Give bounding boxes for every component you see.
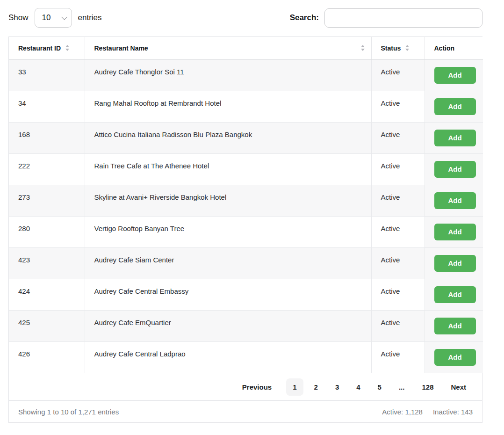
add-button[interactable]: Add: [434, 224, 476, 240]
cell-restaurant-name: Audrey Cafe EmQuartier: [85, 310, 371, 341]
cell-restaurant-id: 273: [9, 185, 85, 216]
cell-action: Add: [425, 122, 483, 153]
table-header-row: Restaurant ID Restaurant Name Status: [9, 37, 483, 59]
cell-restaurant-name: Vertigo Rooftop Banyan Tree: [85, 216, 371, 247]
cell-status: Active: [371, 310, 425, 341]
cell-status: Active: [371, 153, 425, 185]
cell-restaurant-name: Attico Cucina Italiana Radisson Blu Plaz…: [85, 122, 371, 153]
sort-icon: [65, 45, 69, 51]
add-button[interactable]: Add: [434, 192, 476, 209]
inactive-count: Inactive: 143: [433, 408, 473, 416]
restaurant-table-page: Show 10 entries Search: Restaurant ID: [0, 0, 482, 423]
status-counts: Active: 1,128 Inactive: 143: [382, 408, 473, 416]
cell-status: Active: [371, 185, 425, 216]
cell-restaurant-name: Audrey Cafe Siam Center: [85, 247, 371, 279]
page-button-2[interactable]: 2: [308, 378, 324, 396]
cell-restaurant-id: 424: [9, 279, 85, 310]
cell-restaurant-id: 33: [9, 59, 85, 91]
table-row: 33 Audrey Cafe Thonglor Soi 11 Active Ad…: [9, 59, 483, 91]
add-button[interactable]: Add: [434, 130, 476, 146]
page-size-select[interactable]: 10: [35, 8, 72, 28]
page-size-value: 10: [42, 13, 51, 22]
page-button-128[interactable]: 128: [415, 378, 440, 396]
cell-restaurant-name: Rain Tree Cafe at The Athenee Hotel: [85, 153, 371, 185]
pagination: Previous 12345...128 Next: [9, 373, 482, 400]
cell-action: Add: [425, 216, 483, 247]
page-button-3[interactable]: 3: [329, 378, 346, 396]
table-controls: Show 10 entries Search:: [8, 7, 482, 28]
cell-status: Active: [371, 122, 425, 153]
add-button[interactable]: Add: [434, 255, 476, 272]
table-row: 222 Rain Tree Cafe at The Athenee Hotel …: [9, 153, 483, 185]
cell-status: Active: [371, 247, 425, 279]
add-button[interactable]: Add: [434, 161, 476, 178]
next-button[interactable]: Next: [444, 378, 473, 396]
sort-icon: [361, 45, 365, 51]
add-button[interactable]: Add: [434, 67, 476, 84]
entries-label: entries: [78, 13, 102, 22]
cell-restaurant-id: 34: [9, 91, 85, 122]
cell-restaurant-name: Audrey Cafe Thonglor Soi 11: [85, 59, 371, 91]
sort-icon: [405, 45, 409, 51]
cell-status: Active: [371, 91, 425, 122]
cell-restaurant-id: 280: [9, 216, 85, 247]
column-header-action: Action: [425, 37, 483, 59]
table-footer: Showing 1 to 10 of 1,271 entries Active:…: [9, 400, 482, 422]
cell-status: Active: [371, 216, 425, 247]
show-label: Show: [8, 13, 29, 22]
cell-restaurant-name: Skyline at Avani+ Riverside Bangkok Hote…: [85, 185, 371, 216]
column-header-status[interactable]: Status: [371, 37, 425, 59]
cell-action: Add: [425, 279, 483, 310]
page-button-1[interactable]: 1: [286, 378, 303, 396]
cell-action: Add: [425, 247, 483, 279]
table-row: 424 Audrey Cafe Central Embassy Active A…: [9, 279, 483, 310]
previous-button[interactable]: Previous: [236, 378, 278, 396]
column-header-restaurant-id[interactable]: Restaurant ID: [9, 37, 85, 59]
cell-restaurant-id: 423: [9, 247, 85, 279]
chevron-down-icon: [61, 14, 67, 20]
search-control: Search:: [290, 8, 482, 28]
add-button[interactable]: Add: [434, 349, 476, 366]
table-row: 425 Audrey Cafe EmQuartier Active Add: [9, 310, 483, 341]
table-row: 280 Vertigo Rooftop Banyan Tree Active A…: [9, 216, 483, 247]
table-body: 33 Audrey Cafe Thonglor Soi 11 Active Ad…: [9, 59, 483, 373]
page-ellipsis[interactable]: ...: [392, 378, 411, 396]
search-label: Search:: [290, 13, 319, 22]
cell-restaurant-id: 222: [9, 153, 85, 185]
cell-restaurant-name: Rang Mahal Rooftop at Rembrandt Hotel: [85, 91, 371, 122]
cell-restaurant-id: 168: [9, 122, 85, 153]
cell-restaurant-name: Audrey Cafe Central Ladprao: [85, 341, 371, 373]
cell-action: Add: [425, 91, 483, 122]
cell-action: Add: [425, 185, 483, 216]
cell-restaurant-id: 425: [9, 310, 85, 341]
table-row: 168 Attico Cucina Italiana Radisson Blu …: [9, 122, 483, 153]
cell-action: Add: [425, 341, 483, 373]
search-input[interactable]: [324, 8, 482, 28]
showing-entries-text: Showing 1 to 10 of 1,271 entries: [18, 408, 119, 416]
add-button[interactable]: Add: [434, 286, 476, 303]
page-length-control: Show 10 entries: [8, 8, 102, 28]
cell-action: Add: [425, 153, 483, 185]
column-label: Restaurant ID: [18, 44, 61, 52]
pagination-pages: 12345...128: [286, 378, 440, 396]
add-button[interactable]: Add: [434, 98, 476, 115]
cell-restaurant-name: Audrey Cafe Central Embassy: [85, 279, 371, 310]
column-label: Action: [434, 44, 455, 52]
page-button-4[interactable]: 4: [350, 378, 367, 396]
table-row: 426 Audrey Cafe Central Ladprao Active A…: [9, 341, 483, 373]
active-count: Active: 1,128: [382, 408, 423, 416]
cell-status: Active: [371, 279, 425, 310]
column-label: Restaurant Name: [94, 44, 148, 52]
column-header-restaurant-name[interactable]: Restaurant Name: [85, 37, 371, 59]
cell-action: Add: [425, 310, 483, 341]
cell-action: Add: [425, 59, 483, 91]
restaurant-table: Restaurant ID Restaurant Name Status: [8, 36, 482, 423]
cell-status: Active: [371, 341, 425, 373]
cell-status: Active: [371, 59, 425, 91]
page-button-5[interactable]: 5: [371, 378, 388, 396]
column-label: Status: [381, 44, 401, 52]
table-row: 273 Skyline at Avani+ Riverside Bangkok …: [9, 185, 483, 216]
add-button[interactable]: Add: [434, 318, 476, 334]
table-row: 423 Audrey Cafe Siam Center Active Add: [9, 247, 483, 279]
cell-restaurant-id: 426: [9, 341, 85, 373]
